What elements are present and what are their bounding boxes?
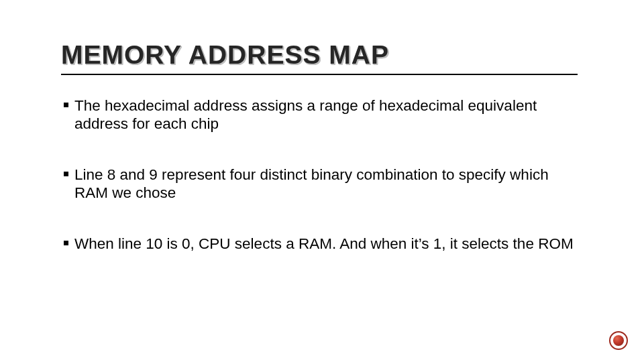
title-underline: [61, 74, 578, 75]
list-item: The hexadecimal address assigns a range …: [64, 97, 580, 133]
bullet-list: The hexadecimal address assigns a range …: [64, 97, 580, 253]
slide: MEMORY ADDRESS MAP The hexadecimal addre…: [0, 0, 644, 362]
decorative-badge-icon: [609, 331, 628, 350]
slide-title: MEMORY ADDRESS MAP: [61, 40, 580, 70]
list-item: Line 8 and 9 represent four distinct bin…: [64, 166, 580, 202]
badge-dot: [613, 335, 624, 346]
list-item: When line 10 is 0, CPU selects a RAM. An…: [64, 235, 580, 253]
